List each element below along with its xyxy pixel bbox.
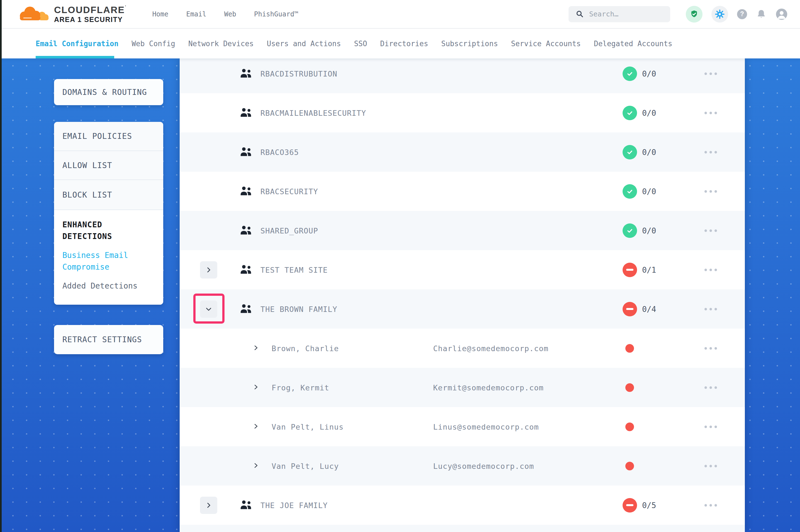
nav-item-phishguard-[interactable]: PhishGuard™ [254, 10, 298, 18]
row-actions-menu[interactable] [705, 151, 717, 153]
member-count: 0/0 [642, 148, 656, 157]
help-glyph: ? [740, 10, 744, 18]
table-row: RBACSECURITY0/0 [180, 172, 745, 211]
tab-subscriptions[interactable]: Subscriptions [441, 39, 498, 48]
sidebar-item-allow-list[interactable]: ALLOW LIST [54, 151, 163, 180]
row-actions-menu[interactable] [705, 425, 717, 428]
group-people-icon [240, 264, 253, 276]
cloudflare-cloud-icon [15, 4, 51, 24]
search-box[interactable]: Search… [568, 6, 670, 22]
row-actions-menu[interactable] [705, 386, 717, 389]
minus-glyph [626, 269, 633, 271]
group-people-icon [240, 304, 253, 315]
brand-name: CLOUDFLARE [54, 4, 125, 15]
sidebar-item-label: ALLOW LIST [62, 161, 112, 170]
help-icon[interactable]: ? [737, 9, 747, 19]
collapse-group-button[interactable] [200, 301, 217, 318]
row-actions-menu[interactable] [705, 229, 717, 232]
table-row: Van Pelt, LinusLinus@somedemocorp.com [180, 407, 745, 446]
member-name: Van Pelt, Linus [272, 422, 344, 431]
tab-delegated-accounts[interactable]: Delegated Accounts [594, 39, 672, 48]
cloudflare-logo[interactable]: CLOUDFLARE’ AREA 1 SECURITY [15, 4, 127, 24]
security-shield-icon[interactable] [686, 6, 703, 22]
sidebar-item-business-email-compromise[interactable]: Business Email Compromise [62, 250, 151, 273]
header-icons: ? [686, 6, 788, 22]
left-edge-artifact [0, 0, 2, 532]
sidebar-item-email-policies[interactable]: EMAIL POLICIES [54, 122, 163, 151]
chevron-right-icon[interactable] [253, 344, 259, 352]
chevron-down-icon [205, 305, 212, 313]
status-dot-blocked [625, 422, 634, 431]
row-actions-menu[interactable] [705, 72, 717, 75]
chevron-right-icon[interactable] [253, 384, 259, 392]
table-row: RBACMAILENABLESECURITY0/0 [180, 93, 745, 132]
chevron-right-icon[interactable] [253, 462, 259, 470]
status-badge-allowed [622, 145, 637, 159]
group-people-icon [240, 108, 253, 118]
settings-gear-icon[interactable] [711, 6, 728, 22]
sidebar-card-retract-settings[interactable]: RETRACT SETTINGS [54, 325, 163, 354]
minus-glyph [626, 504, 633, 506]
row-actions-menu[interactable] [705, 268, 717, 271]
notifications-bell-icon[interactable] [756, 9, 767, 19]
status-dot-blocked [625, 462, 634, 470]
table-row: Van Pelt, LucyLucy@somedemocorp.com [180, 446, 745, 486]
row-actions-menu[interactable] [705, 465, 717, 467]
brand-subtitle: AREA 1 SECURITY [54, 16, 127, 23]
row-actions-menu[interactable] [705, 308, 717, 310]
group-people-icon [240, 225, 253, 236]
table-row: THE JOE FAMILY0/5 [180, 486, 745, 525]
table-row: SHARED_GROUP0/0 [180, 211, 745, 250]
sidebar-card-domains-routing[interactable]: DOMAINS & ROUTING [54, 79, 163, 105]
tab-web-config[interactable]: Web Config [131, 39, 175, 48]
sidebar-heading-enhanced-detections: ENHANCED DETECTIONS [62, 219, 146, 242]
user-avatar-icon[interactable] [776, 8, 788, 20]
tab-users-and-actions[interactable]: Users and Actions [267, 39, 341, 48]
sidebar-item-added-detections[interactable]: Added Detections [62, 280, 151, 292]
status-badge-allowed [622, 184, 637, 199]
row-actions-menu[interactable] [705, 112, 717, 114]
member-count: 0/5 [642, 500, 656, 510]
chevron-right-icon[interactable] [253, 423, 259, 431]
page: CLOUDFLARE’ AREA 1 SECURITY HomeEmailWeb… [0, 0, 800, 532]
sidebar-item-label: RETRACT SETTINGS [62, 335, 142, 344]
tab-service-accounts[interactable]: Service Accounts [511, 39, 581, 48]
group-name: RBACDISTRUBUTION [260, 69, 337, 78]
table-row: THE BROWN FAMILY0/4 [180, 289, 745, 329]
member-name: Van Pelt, Lucy [272, 462, 339, 470]
expand-group-button[interactable] [200, 261, 217, 279]
member-count: 0/4 [642, 304, 656, 314]
nav-item-web[interactable]: Web [224, 10, 236, 18]
nav-item-email[interactable]: Email [186, 10, 206, 18]
sidebar-item-label: BLOCK LIST [62, 190, 112, 200]
table-row: Frog, KermitKermit@somedemocorp.com [180, 368, 745, 407]
member-count: 0/0 [642, 226, 656, 235]
sidebar-item-block-list[interactable]: BLOCK LIST [54, 180, 163, 210]
member-email: Kermit@somedemocorp.com [433, 383, 544, 392]
row-actions-menu[interactable] [705, 504, 717, 507]
expand-group-button[interactable] [200, 497, 217, 514]
tab-directories[interactable]: Directories [380, 39, 428, 48]
tab-list: Email ConfigurationWeb ConfigNetwork Dev… [0, 28, 800, 58]
primary-nav: HomeEmailWebPhishGuard™ [152, 10, 298, 18]
sidebar-item-label: EMAIL POLICIES [62, 132, 132, 141]
chevron-right-icon [205, 502, 212, 509]
member-name: Frog, Kermit [272, 383, 329, 392]
tab-network-devices[interactable]: Network Devices [188, 39, 254, 48]
header-right: Search… [568, 6, 788, 22]
tab-sso[interactable]: SSO [354, 39, 367, 48]
group-name: THE JOE FAMILY [260, 501, 328, 510]
shield-check-glyph [690, 10, 698, 19]
row-actions-menu[interactable] [705, 190, 717, 192]
table-row-partial [180, 525, 745, 532]
member-email: Lucy@somedemocorp.com [433, 462, 534, 470]
active-tab-underline [36, 56, 114, 58]
status-badge-allowed [622, 224, 637, 238]
row-actions-menu[interactable] [705, 347, 717, 349]
tab-email-configuration[interactable]: Email Configuration [36, 39, 119, 48]
sidebar-item-label: DOMAINS & ROUTING [62, 88, 147, 97]
nav-item-home[interactable]: Home [152, 10, 168, 18]
search-icon [576, 10, 584, 18]
member-count: 0/0 [642, 187, 656, 196]
gear-glyph [715, 9, 725, 19]
